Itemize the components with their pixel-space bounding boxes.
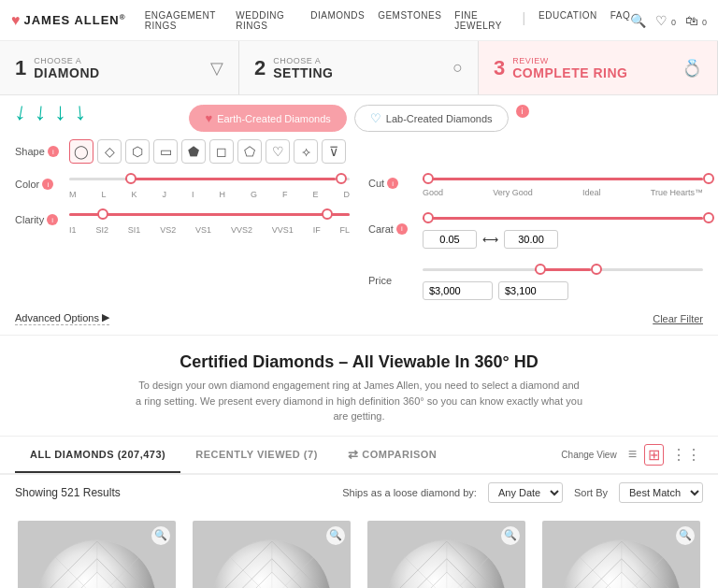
nav-separator: |: [522, 10, 525, 31]
ships-date-select[interactable]: Any Date: [488, 482, 563, 503]
shape-radiant[interactable]: ◻: [209, 139, 234, 164]
color-info-dot[interactable]: i: [42, 179, 53, 190]
carat-separator: ⟷: [482, 233, 498, 246]
diamond-image-2: 🔍 GIA: [193, 521, 351, 589]
clarity-filter-row: Clarity i I1SI2SI1VS2VS1VVS2VVS1IFFL: [15, 205, 350, 235]
diamond-card-1[interactable]: 🔍 GIA 0.70 Carat G VVS2 Excellent Cut Ro…: [9, 510, 184, 589]
cut-thumb-right[interactable]: [703, 173, 714, 184]
diamond-zoom-2[interactable]: 🔍: [326, 526, 345, 545]
price-thumb-left[interactable]: [535, 264, 546, 275]
carat-slider[interactable]: [423, 208, 703, 227]
step-3-ring[interactable]: 3 REVIEW COMPLETE RING 💍: [479, 41, 718, 94]
step-3-text: REVIEW COMPLETE RING: [512, 56, 627, 80]
shape-heart[interactable]: ♡: [266, 139, 290, 164]
clarity-label: Clarity i: [15, 214, 62, 225]
diamond-card-2[interactable]: 🔍 GIA 0.74 Carat G IF Excellent Cut Roun…: [184, 510, 359, 589]
price-thumb-right[interactable]: [591, 264, 602, 275]
step-3-title: COMPLETE RING: [512, 65, 627, 80]
carat-track: [423, 217, 703, 220]
shape-pear[interactable]: ⊽: [322, 139, 346, 164]
shape-info-dot[interactable]: i: [48, 146, 59, 157]
step-2-number: 2: [254, 56, 266, 80]
clear-filter-link[interactable]: Clear Filter: [653, 313, 703, 324]
grid-view-icon[interactable]: ⊞: [644, 444, 664, 466]
wishlist-icon[interactable]: ♡ 0: [655, 13, 676, 28]
color-fill: [125, 178, 336, 180]
nav-faq[interactable]: FAQ: [610, 10, 631, 31]
diamond-card-4[interactable]: 🔍 GIA 0.60 Carat F VVS1 Excellent Cut Ro…: [534, 510, 709, 589]
nav-education[interactable]: EDUCATION: [538, 10, 597, 31]
tab-all-diamonds[interactable]: ALL DIAMONDS (207,473): [15, 437, 180, 473]
cut-info-dot[interactable]: i: [387, 178, 398, 189]
shape-princess[interactable]: ◇: [97, 139, 122, 164]
lab-diamonds-tab[interactable]: ♡ Lab-Created Diamonds: [354, 105, 509, 132]
diamond-zoom-3[interactable]: 🔍: [501, 526, 520, 545]
search-icon[interactable]: 🔍: [630, 13, 646, 28]
comparison-icon: ⇄: [348, 448, 359, 462]
filter-footer: Advanced Options ▶ Clear Filter: [15, 311, 703, 325]
shape-round[interactable]: ◯: [69, 139, 93, 164]
clarity-thumb-left[interactable]: [97, 208, 108, 220]
filter-right: Cut i GoodVery GoodIdealTrue Hearts™: [368, 169, 703, 306]
step-1-text: CHOOSE A DIAMOND: [34, 56, 99, 80]
color-thumb-left[interactable]: [125, 173, 136, 184]
shape-oval[interactable]: ⬟: [181, 139, 206, 164]
logo[interactable]: ♥ JAMES ALLEN®: [11, 12, 126, 29]
earth-diamonds-tab[interactable]: ♥ Earth-Created Diamonds: [189, 105, 346, 132]
nav-engagement-rings[interactable]: ENGAGEMENT RINGS: [145, 10, 223, 31]
step-2-setting[interactable]: 2 CHOOSE A SETTING ○: [239, 41, 479, 94]
color-thumb-right[interactable]: [336, 173, 347, 184]
price-max-input[interactable]: [498, 281, 568, 300]
price-min-input[interactable]: [423, 281, 493, 300]
shape-cushion[interactable]: ⬡: [125, 139, 150, 164]
results-count: Showing 521 Results: [15, 486, 121, 499]
shape-emerald[interactable]: ▭: [153, 139, 178, 164]
color-label: Color i: [15, 179, 62, 190]
step-2-text: CHOOSE A SETTING: [273, 56, 333, 80]
carat-thumb-right[interactable]: [703, 212, 714, 223]
step-1-chevron-icon: ▽: [210, 58, 223, 79]
cut-label: Cut i: [368, 178, 415, 189]
carat-info-dot[interactable]: i: [396, 223, 408, 235]
steps-bar: 1 CHOOSE A DIAMOND ▽ 2 CHOOSE A SETTING …: [0, 41, 718, 95]
compact-view-icon[interactable]: ⋮⋮: [669, 444, 703, 466]
carat-inputs: ⟷: [423, 230, 703, 249]
hero-section: Certified Diamonds – All Viewable In 360…: [0, 336, 718, 437]
price-annotation-arrow: ↗: [709, 254, 718, 283]
tab-comparison[interactable]: ⇄ COMPARISON: [333, 437, 452, 475]
step-1-number: 1: [15, 56, 26, 80]
sort-select[interactable]: Best Match: [619, 482, 703, 503]
shape-asscher[interactable]: ⬠: [237, 139, 262, 164]
step-1-choose: CHOOSE A: [34, 56, 99, 65]
cut-slider[interactable]: [423, 169, 703, 188]
color-slider[interactable]: [69, 169, 350, 188]
filter-grid: Color i MLKJIHGFED: [15, 169, 703, 306]
diamond-zoom-4[interactable]: 🔍: [676, 526, 695, 545]
carat-container: ⟷: [423, 208, 703, 249]
cut-thumb-left[interactable]: [423, 173, 434, 184]
carat-min-input[interactable]: [423, 230, 477, 249]
diamond-card-3[interactable]: 🔍 GIA 0.70 Carat E VVS1 Excellent Cut Ro…: [359, 510, 534, 589]
tab-recently-viewed[interactable]: RECENTLY VIEWED (7): [180, 437, 333, 473]
clarity-slider[interactable]: [69, 205, 350, 223]
diamond-type-tabs: ♥ Earth-Created Diamonds ♡ Lab-Created D…: [15, 105, 703, 132]
cart-icon[interactable]: 🛍 0: [685, 13, 707, 28]
clarity-thumb-right[interactable]: [322, 208, 333, 220]
price-slider[interactable]: [423, 260, 703, 279]
step-1-diamond[interactable]: 1 CHOOSE A DIAMOND ▽: [0, 41, 239, 94]
diamond-zoom-1[interactable]: 🔍: [151, 526, 170, 545]
nav-diamonds[interactable]: DIAMONDS: [310, 10, 365, 31]
nav-wedding-rings[interactable]: WEDDING RINGS: [236, 10, 297, 31]
advanced-options-link[interactable]: Advanced Options ▶: [15, 311, 109, 325]
clarity-track: [69, 213, 350, 216]
nav-fine-jewelry[interactable]: FINE JEWELRY: [454, 10, 509, 31]
diamond-image-4: 🔍 GIA: [542, 521, 700, 589]
clarity-info-dot[interactable]: i: [47, 214, 58, 225]
shape-marquise[interactable]: ⟡: [294, 139, 318, 164]
list-view-icon[interactable]: ≡: [626, 444, 639, 465]
carat-thumb-left[interactable]: [423, 212, 434, 223]
color-labels: MLKJIHGFED: [69, 190, 350, 199]
nav-gemstones[interactable]: GEMSTONES: [378, 10, 441, 31]
diamond-type-info[interactable]: i: [516, 105, 529, 118]
carat-max-input[interactable]: [504, 230, 558, 249]
